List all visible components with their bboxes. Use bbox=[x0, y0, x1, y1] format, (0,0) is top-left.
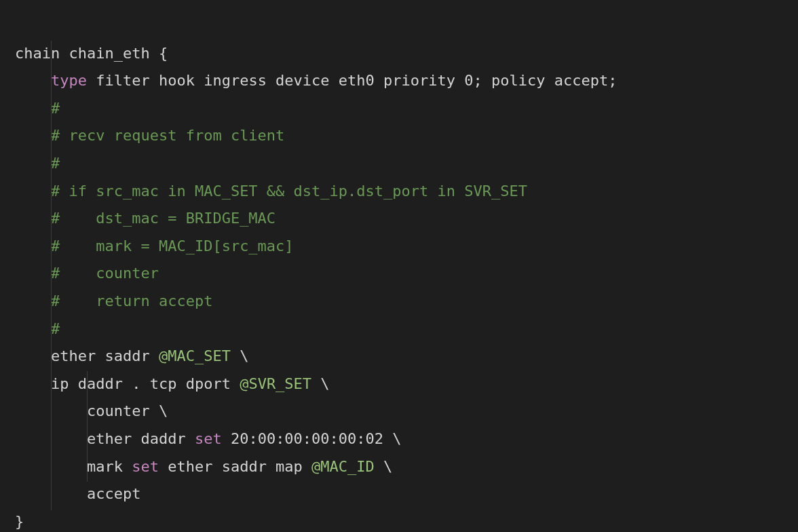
code-text: ip daddr . tcp dport bbox=[15, 375, 240, 392]
code-text: mark bbox=[15, 458, 132, 475]
code-comment: # counter bbox=[15, 265, 159, 282]
code-text: } bbox=[15, 513, 24, 530]
code-set-ref: @MAC_SET bbox=[159, 347, 231, 364]
code-keyword: set bbox=[195, 430, 222, 447]
code-comment: # mark = MAC_ID[src_mac] bbox=[15, 238, 294, 254]
code-comment: # recv request from client bbox=[15, 127, 284, 144]
indent-guide bbox=[87, 371, 88, 482]
code-comment: # return accept bbox=[15, 292, 212, 309]
code-block: chain chain_eth { type filter hook ingre… bbox=[0, 0, 798, 532]
code-text: ether saddr map bbox=[159, 458, 311, 475]
code-keyword: set bbox=[132, 458, 159, 475]
code-comment: # dst_mac = BRIDGE_MAC bbox=[15, 210, 276, 227]
code-text: \ bbox=[231, 347, 249, 364]
code-indent bbox=[15, 72, 51, 89]
code-text: \ bbox=[375, 458, 393, 475]
code-comment: # bbox=[15, 320, 60, 337]
code-comment: # bbox=[15, 155, 60, 172]
code-text: \ bbox=[311, 375, 330, 392]
code-text: accept bbox=[15, 485, 140, 502]
code-text: ether daddr bbox=[15, 430, 195, 447]
code-keyword: type bbox=[51, 72, 87, 89]
indent-guide bbox=[51, 41, 52, 510]
code-text: filter hook ingress device eth0 priority… bbox=[87, 72, 617, 89]
code-line: chain chain_eth { bbox=[15, 45, 168, 62]
code-text: 20:00:00:00:00:02 \ bbox=[222, 430, 402, 447]
code-comment: # bbox=[15, 100, 60, 117]
code-set-ref: @SVR_SET bbox=[240, 375, 311, 392]
code-text: ether saddr bbox=[15, 347, 159, 364]
code-comment: # if src_mac in MAC_SET && dst_ip.dst_po… bbox=[15, 183, 527, 200]
code-text: counter \ bbox=[15, 402, 168, 419]
code-set-ref: @MAC_ID bbox=[311, 458, 375, 475]
